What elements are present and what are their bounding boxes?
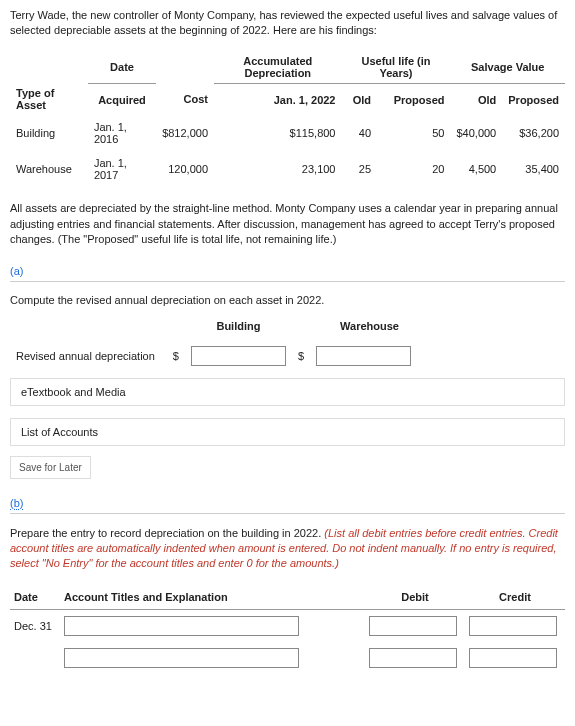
je-col-date: Date — [10, 585, 60, 610]
je-col-account: Account Titles and Explanation — [60, 585, 365, 610]
cell-old-salv: $40,000 — [450, 115, 502, 151]
cell-acquired: Jan. 1, 2016 — [88, 115, 156, 151]
cell-cost: 120,000 — [156, 151, 214, 187]
je-col-credit: Credit — [465, 585, 565, 610]
currency-symbol: $ — [167, 346, 185, 366]
part-b-instruction: Prepare the entry to record depreciation… — [10, 526, 565, 571]
cell-accum: $115,800 — [214, 115, 341, 151]
cell-prop-life: 50 — [377, 115, 450, 151]
credit-input[interactable] — [469, 616, 557, 636]
header-accum-dep: Accumulated Depreciation — [214, 51, 341, 84]
table-row: Warehouse Jan. 1, 2017 120,000 23,100 25… — [10, 151, 565, 187]
je-col-debit: Debit — [365, 585, 465, 610]
col-prop-life: Proposed — [377, 83, 450, 115]
cell-prop-salv: 35,400 — [502, 151, 565, 187]
part-a-label: (a) — [10, 265, 565, 277]
cell-cost: $812,000 — [156, 115, 214, 151]
col-warehouse: Warehouse — [310, 320, 429, 346]
building-dep-input[interactable] — [191, 346, 286, 366]
header-useful-life: Useful life (in Years) — [342, 51, 451, 84]
debit-input[interactable] — [369, 648, 457, 668]
asset-table: Date Accumulated Depreciation Useful lif… — [10, 51, 565, 188]
col-jan: Jan. 1, 2022 — [214, 83, 341, 115]
journal-entry-table: Date Account Titles and Explanation Debi… — [10, 585, 565, 674]
col-old-salv: Old — [450, 83, 502, 115]
col-acquired: Acquired — [88, 83, 156, 115]
explanation-paragraph: All assets are depreciated by the straig… — [10, 201, 565, 247]
part-b-label: (b) — [10, 497, 565, 509]
intro-paragraph: Terry Wade, the new controller of Monty … — [10, 8, 565, 39]
credit-input[interactable] — [469, 648, 557, 668]
je-row: Dec. 31 — [10, 609, 565, 642]
col-prop-salv: Proposed — [502, 83, 565, 115]
cell-acquired: Jan. 1, 2017 — [88, 151, 156, 187]
etextbook-link[interactable]: eTextbook and Media — [10, 378, 565, 406]
cell-old-salv: 4,500 — [450, 151, 502, 187]
col-old-life: Old — [342, 83, 378, 115]
cell-accum: 23,100 — [214, 151, 341, 187]
je-date: Dec. 31 — [10, 609, 60, 642]
cell-old-life: 25 — [342, 151, 378, 187]
cell-type: Building — [10, 115, 88, 151]
table-row: Building Jan. 1, 2016 $812,000 $115,800 … — [10, 115, 565, 151]
save-for-later-button[interactable]: Save for Later — [10, 456, 91, 479]
part-a-instruction: Compute the revised annual depreciation … — [10, 294, 565, 306]
header-date: Date — [88, 51, 156, 84]
list-of-accounts-link[interactable]: List of Accounts — [10, 418, 565, 446]
cell-prop-life: 20 — [377, 151, 450, 187]
cell-old-life: 40 — [342, 115, 378, 151]
row-label: Revised annual depreciation — [10, 346, 167, 366]
cell-prop-salv: $36,200 — [502, 115, 565, 151]
cell-type: Warehouse — [10, 151, 88, 187]
debit-input[interactable] — [369, 616, 457, 636]
part-b-text: Prepare the entry to record depreciation… — [10, 527, 324, 539]
warehouse-dep-input[interactable] — [316, 346, 411, 366]
header-salvage: Salvage Value — [450, 51, 565, 84]
col-type: Type of Asset — [10, 83, 88, 115]
revised-dep-table: Building Warehouse Revised annual deprec… — [10, 320, 429, 366]
je-row — [10, 642, 565, 674]
col-cost: Cost — [156, 83, 214, 115]
account-title-input[interactable] — [64, 616, 299, 636]
account-title-input[interactable] — [64, 648, 299, 668]
col-building: Building — [185, 320, 292, 346]
currency-symbol: $ — [292, 346, 310, 366]
